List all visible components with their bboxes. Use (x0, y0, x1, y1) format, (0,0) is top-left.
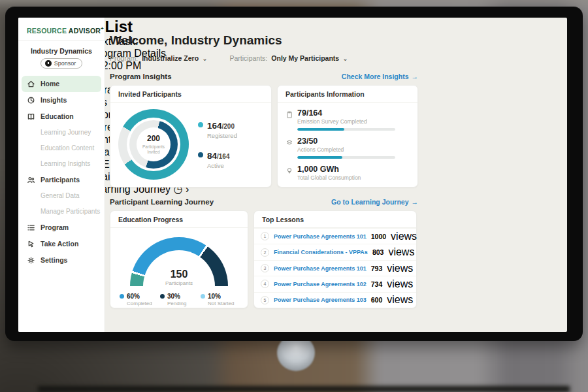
chevron-down-icon[interactable]: ⌄ (342, 55, 348, 62)
invited-donut-inner: 200 Participants Invited (129, 120, 178, 169)
program-filter-label: Program: (110, 54, 138, 62)
app-logo: RESOURCE ADVISOR+ (27, 25, 105, 35)
sponsor-label: Sponsor (54, 60, 76, 67)
lesson-views: 1000 (371, 233, 386, 240)
logo-plus: + (101, 25, 104, 31)
lesson-views: 734 (371, 280, 383, 288)
legend-item-registered: 164/200 Registered (198, 120, 237, 139)
section-title: Program Insights (110, 73, 172, 80)
legend-item-not-started: 10% Not Started (201, 293, 241, 306)
insights-icon (27, 96, 35, 105)
invited-participants-card: Invited Participants 200 Participants In… (110, 85, 272, 188)
lesson-views: 803 (372, 248, 384, 256)
lesson-rank: 5 (261, 296, 269, 304)
legend-label: Registered (207, 132, 237, 139)
settings-icon (27, 256, 35, 265)
participants-filter-label: Participants: (230, 54, 268, 62)
sidebar-item-participants[interactable]: Participants (22, 172, 101, 188)
legend-total: /164 (217, 153, 229, 160)
education-icon (27, 112, 35, 121)
go-to-learning-journey-link[interactable]: Go to Learning Journey→ (331, 198, 418, 206)
participants-information-card: Participants Information 79/164 Emission… (277, 85, 418, 188)
sidebar-item-label: Insights (41, 96, 67, 104)
sidebar-item-learning-insights[interactable]: Learning Insights (22, 156, 101, 172)
check-more-insights-link[interactable]: Check More Insights→ (342, 73, 418, 80)
sidebar-item-label: Settings (41, 256, 67, 264)
sidebar: RESOURCE ADVISOR+ Industry Dynamics Spon… (18, 18, 105, 332)
sidebar-item-general-data[interactable]: General Data (22, 188, 101, 204)
page-title: Welcome, Industry Dynamics (110, 33, 418, 48)
invited-center-label: Participants Invited (139, 144, 168, 155)
lightbulb-icon (286, 165, 297, 181)
legend-dot (198, 152, 203, 157)
sidebar-item-settings[interactable]: Settings (22, 252, 101, 269)
lesson-title-link[interactable]: Financial Considerations - VPPAs (274, 249, 368, 255)
stat-row-emission-survey: 79/164 Emission Survey Completed (278, 103, 417, 131)
stat-row-consumption: 1,000 GWh Total Global Consumption (278, 159, 417, 181)
sidebar-item-take-action[interactable]: Take Action (22, 236, 101, 252)
legend-total: /200 (222, 123, 235, 130)
card-title: Participants Information (278, 86, 417, 103)
stat-value: 1,000 GWh (297, 165, 361, 174)
take-action-icon (27, 240, 35, 248)
layers-icon (286, 137, 297, 159)
progress-track (297, 128, 395, 131)
monitor-frame: RESOURCE ADVISOR+ Industry Dynamics Spon… (5, 7, 583, 341)
filter-bar: Program: Industrialize Zero ⌄ Participan… (110, 54, 418, 62)
stat-label: Emission Survey Completed (297, 118, 395, 125)
program-insights-header: Program Insights Check More Insights→ (110, 73, 418, 80)
link-label: Go to Learning Journey (331, 198, 408, 206)
legend-pct: 30% (167, 293, 180, 300)
lesson-row[interactable]: 4 Power Purchase Agreements 102 734 view… (254, 276, 416, 291)
sidebar-item-home[interactable]: Home (22, 76, 101, 92)
invited-donut-gap: 200 Participants Invited (127, 118, 180, 171)
participants-icon (27, 176, 35, 184)
arrow-right-icon: → (412, 198, 419, 206)
gauge-center-value: 150 (130, 269, 228, 280)
lesson-title-link[interactable]: Power Purchase Agreements 102 (274, 281, 367, 287)
progress-fill (297, 156, 342, 159)
desk-scene: RESOURCE ADVISOR+ Industry Dynamics Spon… (0, 0, 588, 392)
program-filter-value[interactable]: Industrialize Zero (142, 54, 199, 62)
lesson-title-link[interactable]: Power Purchase Agreements 103 (274, 297, 367, 303)
sidebar-item-learning-journey[interactable]: Learning Journey (22, 125, 101, 140)
education-legend: 60% Completed 30% Pending 10% Not Starte… (120, 293, 241, 306)
sidebar-item-label: General Data (41, 192, 79, 199)
sidebar-item-manage-participants[interactable]: Manage Participants (22, 204, 101, 220)
views-suffix: views (387, 263, 413, 274)
arrow-right-icon: → (412, 73, 419, 80)
views-suffix: views (387, 278, 413, 290)
lesson-row[interactable]: 3 Power Purchase Agreements 101 793 view… (254, 260, 416, 276)
learning-journey-header: Participant Learning Journey Go to Learn… (110, 198, 418, 206)
legend-value: 84 (207, 151, 217, 161)
education-gauge: 150 Participants (130, 237, 228, 286)
lesson-row[interactable]: 5 Power Purchase Agreements 103 600 view… (254, 292, 416, 308)
stat-value: 23/50 (297, 137, 395, 146)
clipboard-icon (286, 108, 297, 131)
sponsor-badge[interactable]: Sponsor (41, 58, 83, 69)
education-gauge-center: 150 Participants (130, 269, 228, 286)
sidebar-item-insights[interactable]: Insights (22, 92, 101, 108)
invited-body: 200 Participants Invited (110, 103, 271, 180)
legend-pct: 10% (208, 293, 221, 300)
sidebar-item-program[interactable]: Program (22, 220, 101, 236)
lesson-title-link[interactable]: Power Purchase Agreements 101 (274, 233, 367, 240)
stat-label: Total Global Consumption (297, 174, 361, 181)
card-title: Top Lessons (254, 211, 416, 228)
sidebar-item-label: Take Action (41, 240, 78, 248)
sidebar-item-education-content[interactable]: Education Content (22, 140, 101, 156)
sidebar-item-label: Participants (41, 176, 80, 184)
views-suffix: views (388, 246, 414, 258)
sidebar-item-label: Learning Journey (41, 129, 91, 136)
legend-label: Not Started (208, 301, 241, 306)
lesson-row[interactable]: 1 Power Purchase Agreements 101 1000 vie… (254, 228, 416, 244)
card-title: Education Progress (110, 211, 248, 228)
sidebar-item-education[interactable]: Education (22, 108, 101, 125)
logo-secondary: ADVISOR (69, 27, 101, 35)
lesson-row[interactable]: 2 Financial Considerations - VPPAs 803 v… (254, 244, 416, 259)
lesson-title-link[interactable]: Power Purchase Agreements 101 (274, 265, 367, 272)
gauge-center-label: Participants (130, 280, 228, 286)
participants-filter-value[interactable]: Only My Participants (271, 54, 339, 62)
legend-value: 164 (207, 121, 222, 131)
chevron-down-icon[interactable]: ⌄ (202, 55, 207, 62)
